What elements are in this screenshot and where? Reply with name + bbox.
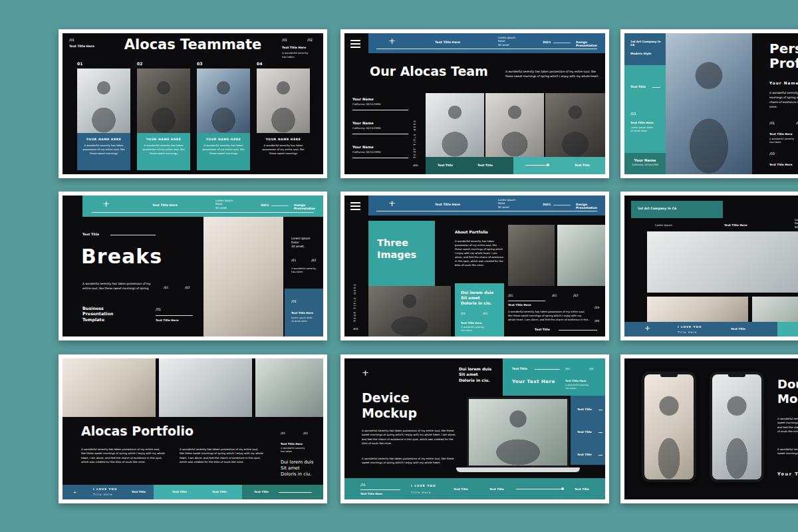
side-title: Dui lorem duis Sit amet Doloris in ciu. [281, 460, 313, 477]
love-sublabel: Title Here [411, 491, 431, 494]
teal-cta: Your Text Here [512, 379, 555, 384]
vertical-label: TEXT TITLE HERE [353, 267, 356, 322]
page-number: /01 [291, 259, 296, 262]
sidebar-label: Text Title [630, 85, 646, 88]
card-caption: Lorem ipsum dolor sit amet dolor [291, 317, 313, 323]
bottom-label: Text Title [477, 164, 493, 167]
contact-name: Your Name [352, 121, 410, 125]
item-caption: A wonderful serenity has taken [769, 138, 794, 145]
slide-thumb-teammate[interactable]: /01 Text Title Here Alocas Teammate /01 … [59, 29, 327, 178]
title-block: Three Images [368, 221, 435, 286]
sidebar-mid: Text Title /01 Text Title Here Lorem ips… [624, 65, 666, 153]
photo-phone-2 [712, 374, 761, 479]
photo-three-2 [508, 225, 555, 286]
photo-three-1 [368, 286, 451, 336]
page-number: /01 [281, 432, 285, 435]
page-number: /02 [303, 432, 308, 435]
body-paragraph: A wonderful serenity has taken possessio… [362, 457, 456, 466]
card-title: Dui lorem duis Sit amet Doloris in ciu. [461, 290, 493, 306]
intro-paragraph: A wonderful serenity has taken possessio… [505, 69, 600, 78]
sidebar-top: 1st Art Company In CA Modern Style [624, 33, 666, 65]
item-label: Text Title Here [769, 163, 793, 166]
photo-team-2 [485, 93, 544, 157]
top-label: Text Title Here [724, 223, 747, 227]
member-name: YOUR NAME HERE [260, 138, 307, 141]
page-number: /01 [630, 112, 636, 116]
plus-icon: + [388, 198, 396, 208]
slide-title: Alocas Portfolio [81, 424, 194, 438]
member-card: YOUR NAME HERE A wonderful serenity has … [137, 133, 190, 170]
bottom-line [279, 492, 312, 493]
laptop-base [456, 467, 580, 472]
divider-line [553, 43, 571, 43]
photo-portfolio-2 [159, 358, 252, 417]
love-label: I LOVE YOU [93, 487, 117, 491]
arrow-icon [516, 489, 563, 489]
photo-gallery-3 [752, 297, 798, 322]
item-line [508, 301, 545, 301]
contact-info: California, 02/14/1990 [624, 164, 666, 166]
panel-label: Text Title [577, 453, 592, 456]
sidebar-sublabel: Text Title Here [630, 121, 654, 124]
phone-mockup-2 [710, 372, 764, 482]
slide-thumb-portfolio[interactable]: Alocas Portfolio A wonderful serenity ha… [59, 354, 327, 503]
contact-item: Your Name California, 02/14/1990 [352, 145, 410, 158]
photo-gallery-1 [647, 231, 798, 293]
laptop-mockup [467, 397, 569, 467]
side-caption: A wonderful serenity has taken [281, 447, 305, 454]
header-bar: + Text Title Here Lorem Ipsum Dolor Sit … [368, 33, 605, 53]
slide-thumb-breaks[interactable]: + Text Title Here Lorem Ipsum Dolor Sit … [59, 192, 327, 340]
header-title: Text Title Here [435, 41, 460, 44]
slide-thumb-team[interactable]: + Text Title Here Lorem Ipsum Dolor Sit … [340, 29, 609, 178]
company-label: 1st Art Company In CA [624, 33, 666, 47]
slide-thumb-three-images[interactable]: TEXT TITLE HERE #01 + Text Title Here Lo… [340, 192, 609, 340]
photo-breaks [203, 217, 283, 336]
bottom-label: Text Title [489, 487, 504, 491]
bottom-label: Text Title [575, 164, 590, 167]
slide-thumb-gallery[interactable]: 1st Art Company In CA Lorem Ipsum Text T… [620, 192, 798, 340]
side-lorem: Lorem Ipsum Dolor Sit amet, [291, 237, 311, 249]
panel-label: Text Title [577, 408, 592, 411]
slide-thumb-profile[interactable]: 1st Art Company In CA Modern Style Text … [620, 29, 798, 178]
side-card: /01 Text Title Here Lorem ipsum dolor si… [285, 289, 323, 336]
teal-sublabel: Text Title Here [565, 379, 586, 382]
member-number: 01 [77, 61, 82, 66]
company-badge: 1st Art Company In CA [631, 201, 723, 218]
body-paragraph: A wonderful serenity has taken possessio… [777, 448, 798, 456]
bottom-label: Text Title [731, 327, 745, 331]
photo-team-1 [426, 93, 484, 157]
love-label: I LOVE YOU [678, 325, 702, 329]
page-number: /01 [508, 294, 513, 297]
page-number: /02 [185, 286, 190, 289]
bottom-line [559, 330, 597, 331]
panel-dash [598, 410, 602, 410]
bottom-label: Text Title [438, 164, 453, 167]
header-year: 2021 [543, 203, 551, 206]
bottom-label: Text Title [454, 487, 468, 491]
header-title: Text Title Here [152, 203, 178, 207]
header-underline [376, 49, 597, 49]
bottom-label: Text Title [254, 490, 269, 493]
page-number: /01 [769, 121, 775, 125]
section-line [110, 235, 156, 235]
photo-phone-1 [644, 374, 694, 479]
side-label: Text Title Here [281, 442, 303, 446]
contact-underline [352, 158, 408, 158]
contact-info: California, 02/14/1990 [352, 150, 410, 154]
bottom-label: Text Title [575, 487, 589, 491]
header-underline [376, 211, 597, 211]
header-brand: Design Presentation [576, 203, 605, 209]
slide-thumb-device-mockup[interactable]: + Dui lorem duis Sit amet Doloris in ciu… [340, 354, 609, 503]
about-paragraph: A wonderful serenity has taken possessio… [455, 239, 504, 267]
header-brand: Design Presentation [576, 41, 605, 47]
slide-thumb-double-mockup[interactable]: Double Mockup A wonderful serenity has t… [620, 354, 798, 503]
love-sublabel: Title Here [93, 493, 112, 496]
page-number: /02 [311, 259, 316, 262]
photo-gallery-2 [647, 297, 748, 322]
phone-notch [660, 374, 678, 377]
member-name: YOUR NAME HERE [80, 138, 127, 141]
slide-three-images: TEXT TITLE HERE #01 + Text Title Here Lo… [344, 196, 605, 336]
teal-block: Text Title Your Text Here /01 /02 Text T… [503, 358, 605, 396]
corner-label: Text Title Here [282, 46, 306, 49]
member-desc: A wonderful serenity has taken possessio… [260, 144, 307, 156]
